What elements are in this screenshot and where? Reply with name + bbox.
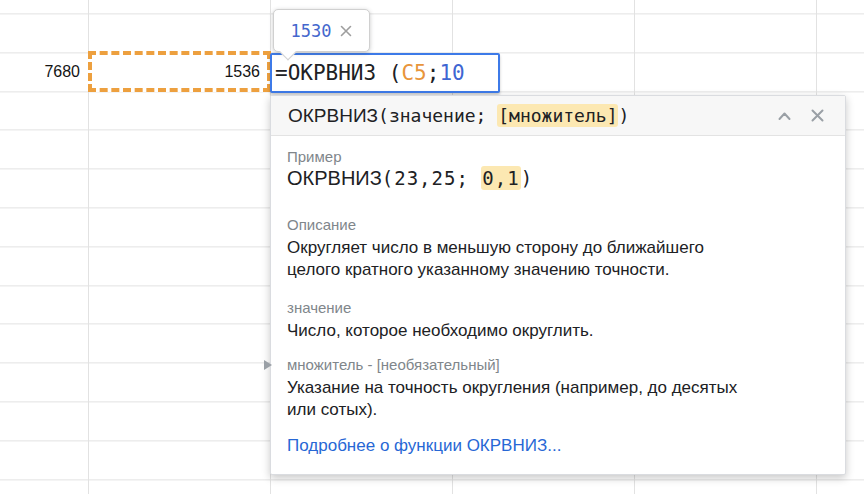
arg-multiplier-section: множитель - [необязательный] Указание на… [287,356,829,421]
close-icon [810,108,825,123]
arg-multiplier-text: Указание на точность округления (наприме… [287,377,829,421]
tooltip-close-button[interactable] [340,25,352,37]
arg-multiplier-label: множитель - [необязательный] [287,356,829,374]
example-arg-highlight: 0,1 [481,166,520,190]
arg-value-label: значение [287,299,829,317]
cell-left-value[interactable]: 7680 [0,52,88,91]
popup-header: ОКРВНИЗ(значение; [множитель]) [271,96,845,136]
tooltip-value: 1530 [291,21,332,41]
optional-arg-highlight: [множитель] [497,104,618,127]
collapse-button[interactable] [776,109,793,123]
popup-close-button[interactable] [810,108,825,123]
chevron-up-icon [776,109,793,123]
function-args-close: ) [618,105,629,126]
expand-arrow-icon[interactable] [264,360,272,370]
close-icon [340,25,352,37]
popup-body: Пример ОКРВНИЗ(23,25; 0,1) Описание Окру… [271,136,845,456]
learn-more-link[interactable]: Подробнее о функции ОКРВНИЗ... [287,436,561,456]
referenced-cell-highlight[interactable]: 1536 [88,51,271,92]
example-args-close: ) [521,167,533,189]
example-function-name: ОКРВНИЗ [287,167,382,189]
description-text: Округляет число в меньшую сторону до бли… [287,237,829,281]
function-signature: ОКРВНИЗ(значение; [множитель]) [288,105,759,127]
formula-token-separator: ; [427,61,440,85]
cell-text: 7680 [44,63,80,81]
arg-value-section: значение Число, которое необходимо округ… [287,299,829,342]
cell-text: 1536 [224,63,260,81]
example-formula: ОКРВНИЗ(23,25; 0,1) [287,167,829,190]
example-section: Пример ОКРВНИЗ(23,25; 0,1) [287,148,829,190]
formula-token-cell-ref: C5 [401,61,426,85]
function-help-popup: ОКРВНИЗ(значение; [множитель]) Пример ОК… [270,95,846,475]
formula-result-tooltip: 1530 [273,9,370,52]
formula-token-text: =ОКРВНИЗ ( [275,61,401,85]
description-label: Описание [287,216,829,234]
arg-value-text: Число, которое необходимо округлить. [287,320,829,342]
formula-token-number: 10 [439,61,464,85]
example-label: Пример [287,148,829,166]
description-section: Описание Округляет число в меньшую сторо… [287,216,829,281]
formula-cell-editor[interactable]: =ОКРВНИЗ (C5;10 [270,53,500,93]
spreadsheet-canvas: 7680 1536 =ОКРВНИЗ (C5;10 1530 ОКРВНИЗ(з… [0,0,864,494]
function-name: ОКРВНИЗ [288,105,378,126]
function-args: (значение; [378,105,497,126]
example-args: (23,25; [382,167,482,189]
